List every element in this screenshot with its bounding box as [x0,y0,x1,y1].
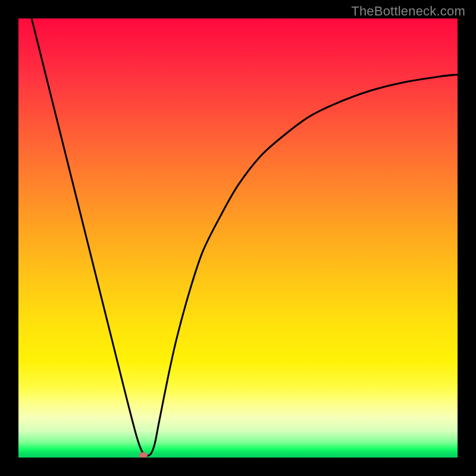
chart-frame: TheBottleneck.com [0,0,476,476]
plot-area [18,18,458,458]
watermark-text: TheBottleneck.com [351,4,465,19]
minimum-marker [139,452,148,458]
curve-line [18,18,458,458]
